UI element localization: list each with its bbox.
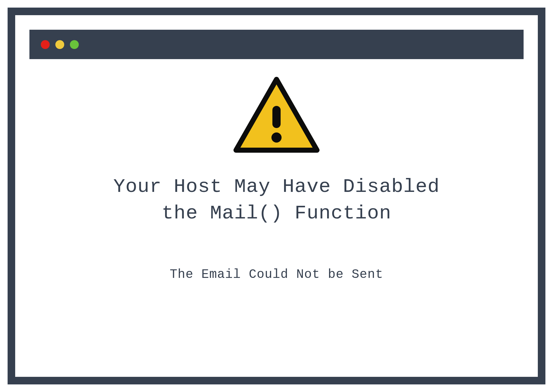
minimize-dot-icon[interactable] xyxy=(55,40,64,49)
error-subtext: The Email Could Not be Sent xyxy=(170,267,383,282)
warning-triangle-icon xyxy=(232,76,321,158)
error-heading: Your Host May Have Disabled the Mail() F… xyxy=(113,174,440,226)
window-frame: Your Host May Have Disabled the Mail() F… xyxy=(8,8,545,384)
error-heading-line1: Your Host May Have Disabled xyxy=(113,175,440,198)
error-heading-line2: the Mail() Function xyxy=(162,202,391,224)
svg-point-1 xyxy=(271,132,282,143)
window-titlebar xyxy=(29,30,524,59)
close-dot-icon[interactable] xyxy=(41,40,50,49)
maximize-dot-icon[interactable] xyxy=(70,40,79,49)
svg-rect-0 xyxy=(272,106,281,128)
content-area: Your Host May Have Disabled the Mail() F… xyxy=(15,59,538,377)
